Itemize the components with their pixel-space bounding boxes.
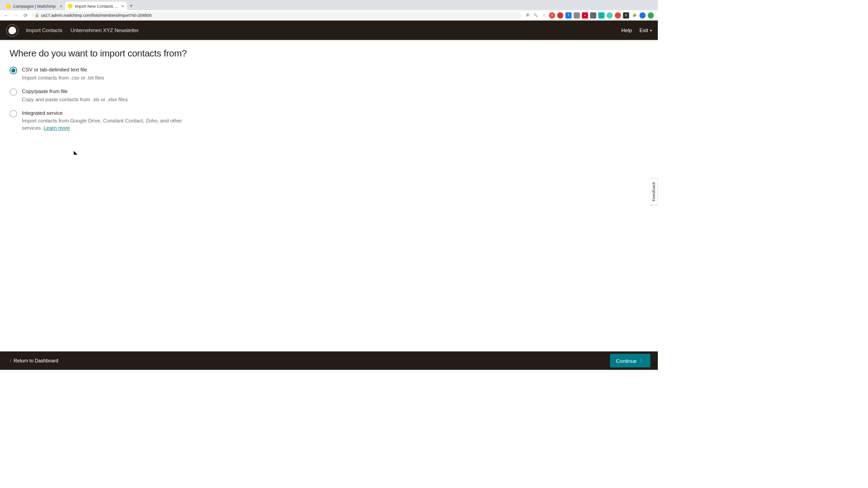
browser-tab-active[interactable]: Import New Contacts | Mailch × <box>65 2 127 10</box>
close-icon[interactable]: × <box>122 4 124 9</box>
import-source-radio-group: CSV or tab-delimited text file Import co… <box>9 66 201 131</box>
return-label: Return to Dashboard <box>14 358 58 363</box>
chevron-right-icon: 〉 <box>640 358 644 364</box>
radio-description: Import contacts from .csv or .txt files <box>22 74 104 81</box>
favicon-icon <box>68 4 73 9</box>
close-icon[interactable]: × <box>60 4 62 9</box>
main-content: Where do you want to import contacts fro… <box>0 40 658 352</box>
radio-input[interactable] <box>9 89 17 96</box>
radio-option-csv[interactable]: CSV or tab-delimited text file Import co… <box>9 66 201 81</box>
extension-icon[interactable]: X <box>623 12 629 19</box>
address-bar[interactable]: 🔒 us17.admin.mailchimp.com/lists/members… <box>32 11 522 19</box>
forward-button[interactable]: → <box>12 12 19 19</box>
radio-input[interactable] <box>9 67 17 75</box>
radio-description: Import contacts from Google Drive, Const… <box>22 117 202 131</box>
exit-menu[interactable]: Exit ▾ <box>639 28 651 33</box>
radio-label: Copy/paste from file <box>22 89 128 94</box>
favicon-icon <box>6 4 11 9</box>
tab-title: Campaigns | Mailchimp <box>13 4 58 9</box>
extension-icon[interactable] <box>557 12 564 19</box>
breadcrumb-item: Import Contacts <box>26 28 62 33</box>
footer-bar: 〈 Return to Dashboard Continue 〉 <box>0 352 658 370</box>
breadcrumb-item: Unternehmen XYZ Newsletter <box>71 28 139 33</box>
radio-label: CSV or tab-delimited text file <box>22 67 104 73</box>
app-header: Import Contacts Unternehmen XYZ Newslett… <box>0 20 658 40</box>
extension-icon[interactable] <box>598 12 604 19</box>
radio-description: Copy and paste contacts from .xls or .xl… <box>22 95 128 103</box>
lock-icon: 🔒 <box>35 14 39 17</box>
page-title: Where do you want to import contacts fro… <box>9 48 648 59</box>
zoom-icon[interactable]: 🔍 <box>533 12 539 19</box>
extension-icon[interactable] <box>574 12 580 19</box>
back-button[interactable]: ← <box>3 12 9 19</box>
mailchimp-logo-icon[interactable] <box>6 24 19 36</box>
translate-icon[interactable]: ⦿ <box>524 12 531 19</box>
reload-button[interactable]: ⟳ <box>22 12 29 19</box>
extensions-menu-icon[interactable]: 🧩 <box>631 12 637 19</box>
new-tab-button[interactable]: + <box>127 2 136 10</box>
cursor-icon: ◣ <box>74 150 77 155</box>
radio-option-integrated[interactable]: Integrated service Import contacts from … <box>9 110 201 132</box>
continue-button[interactable]: Continue 〉 <box>610 354 650 367</box>
breadcrumb: Import Contacts Unternehmen XYZ Newslett… <box>26 28 139 33</box>
extension-icon[interactable] <box>615 12 621 19</box>
chevron-left-icon: 〈 <box>8 358 12 364</box>
radio-option-copypaste[interactable]: Copy/paste from file Copy and paste cont… <box>9 88 201 103</box>
extension-icon[interactable] <box>607 12 613 19</box>
header-actions: Help Exit ▾ <box>621 28 651 33</box>
browser-toolbar: ← → ⟳ 🔒 us17.admin.mailchimp.com/lists/m… <box>0 10 658 21</box>
return-to-dashboard-link[interactable]: 〈 Return to Dashboard <box>8 358 58 364</box>
browser-tab-strip: Campaigns | Mailchimp × Import New Conta… <box>0 0 658 10</box>
radio-label: Integrated service <box>22 110 202 116</box>
profile-avatar[interactable] <box>639 12 646 19</box>
help-link[interactable]: Help <box>621 28 632 33</box>
menu-icon[interactable] <box>648 12 654 19</box>
extension-icon[interactable]: • <box>582 12 588 19</box>
feedback-tab[interactable]: Feedback <box>650 178 658 205</box>
extension-icon[interactable]: f <box>566 12 572 19</box>
chevron-down-icon: ▾ <box>650 28 652 32</box>
radio-input[interactable] <box>9 110 17 117</box>
extension-icons: ⦿ 🔍 ☆ G f • X 🧩 <box>524 12 656 19</box>
continue-label: Continue <box>616 358 637 364</box>
star-icon[interactable]: ☆ <box>541 12 547 19</box>
tab-title: Import New Contacts | Mailch <box>75 4 119 9</box>
extension-icon[interactable] <box>590 12 596 19</box>
learn-more-link[interactable]: Learn more <box>44 125 70 131</box>
url-text: us17.admin.mailchimp.com/lists/members/i… <box>41 13 151 18</box>
extension-icon[interactable]: G <box>549 12 555 19</box>
exit-label: Exit <box>639 28 648 33</box>
browser-tab-inactive[interactable]: Campaigns | Mailchimp × <box>4 2 65 10</box>
